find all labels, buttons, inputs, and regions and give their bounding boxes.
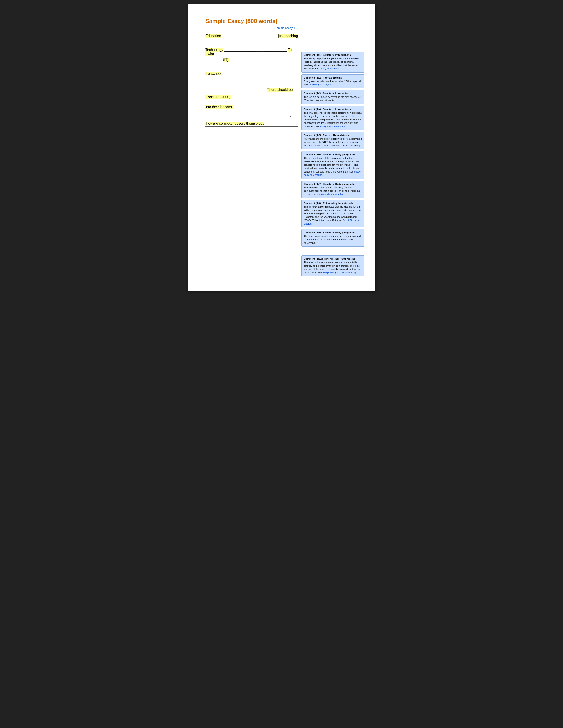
- page-number: 1: [290, 114, 292, 117]
- comment-de4-link[interactable]: essay thesis statement: [320, 125, 345, 128]
- comment-de1-link[interactable]: essay introduction: [320, 67, 340, 70]
- essay-paragraph-3: If a school: [205, 72, 298, 77]
- comment-de2-title: Comment [de2]: Format: Spacing: [304, 76, 362, 79]
- fragment-p2-mid: ________________________________: [224, 48, 287, 52]
- comment-de1: Comment [de1]: Structure: Introductions …: [302, 52, 364, 73]
- comment-de5-title: Comment [de5]: Format: Abbreviations: [304, 134, 362, 137]
- comment-de4-text: The final sentence is the thesis stateme…: [304, 111, 362, 128]
- comment-de1-text: The essay begins with a general lead int…: [304, 57, 362, 71]
- comment-de3-text: The topic is narrowed by affirming the s…: [304, 95, 362, 102]
- comment-de1-title: Comment [de1]: Structure: Introductions: [304, 54, 362, 56]
- fragment-reksten: (Reksten, 2000).: [205, 95, 231, 99]
- fragment-there-should-be: There should be: [267, 88, 293, 92]
- comment-de6-link[interactable]: essay body paragraphs: [304, 170, 361, 176]
- comment-de2-text: Essays are usually double-spaced or 1.5-…: [304, 80, 362, 86]
- comment-de9-text: The final sentence of the paragraph summ…: [304, 235, 362, 245]
- fragment-p1-mid: ____________________________: [222, 34, 277, 38]
- comment-de2: Comment [de2]: Format: Spacing Essays ar…: [302, 74, 364, 88]
- comment-de3-title: Comment [de3]: Structure: Introductions: [304, 92, 362, 95]
- comment-de9: Comment [de9]: Structure: Body paragraph…: [302, 229, 364, 247]
- essay-paragraph-1: Education ____________________________ j…: [205, 34, 298, 39]
- content-wrapper: Education ____________________________ j…: [205, 34, 364, 278]
- essay-content: Education ____________________________ j…: [205, 34, 298, 278]
- comment-de10-link[interactable]: paraphrasing and summarising: [322, 271, 356, 274]
- essay-paragraph-2: Technology _____________________________…: [205, 48, 298, 63]
- fragment-education: Education: [205, 34, 221, 38]
- fragment-if-a-school: If a school: [205, 72, 221, 75]
- fragment-competent-users: they are competent users themselves: [205, 122, 264, 125]
- comment-de3: Comment [de3]: Structure: Introductions …: [302, 90, 364, 104]
- essay-paragraph-4: There should be: [267, 88, 298, 93]
- comments-sidebar: Comment [de1]: Structure: Introductions …: [298, 34, 364, 278]
- comment-de5: Comment [de5]: Format: Abbreviations "In…: [302, 132, 364, 149]
- comment-de5-text: "Information technology" is followed by …: [304, 137, 362, 147]
- comment-de10-text: The idea in this sentence is taken from …: [304, 261, 362, 274]
- comment-de8-link[interactable]: APA in-text citation: [304, 219, 360, 225]
- comment-de2-link[interactable]: formatting and layout: [309, 83, 332, 86]
- essay-link[interactable]: Sample essay 1: [205, 26, 364, 30]
- comment-de7-link[interactable]: essay body paragraphs: [318, 193, 343, 195]
- comment-de4-title: Comment [de4]: Structure: Introductions: [304, 108, 362, 111]
- essay-paragraph-6: they are competent users themselves: [205, 122, 298, 127]
- comment-de4: Comment [de4]: Structure: Introductions …: [302, 106, 364, 130]
- comment-de7: Comment [de7]: Structure: Body paragraph…: [302, 181, 364, 198]
- fragment-technology: Technology: [205, 48, 223, 52]
- fragment-into-their-lessons: into their lessons.: [205, 105, 233, 109]
- comment-de6-text: The first sentence of this paragraph is …: [304, 156, 362, 177]
- comment-de10: Comment [de10]: Referencing: Paraphrasin…: [302, 255, 364, 276]
- essay-paragraph-5: (Reksten, 2000). _______________________…: [205, 95, 298, 110]
- fragment-it: (IT): [223, 58, 228, 62]
- comment-de10-title: Comment [de10]: Referencing: Paraphrasin…: [304, 257, 362, 260]
- comment-de8-title: Comment [de8]: Referencing: In-text cita…: [304, 202, 362, 205]
- comment-de6: Comment [de6]: Structure: Body paragraph…: [302, 151, 364, 179]
- comment-de8-text: This in-text citation indicates that the…: [304, 205, 362, 225]
- fragment-just-teaching: just teaching: [278, 34, 298, 38]
- comment-de7-title: Comment [de7]: Structure: Body paragraph…: [304, 183, 362, 185]
- comment-de9-title: Comment [de9]: Structure: Body paragraph…: [304, 231, 362, 234]
- page-title: Sample Essay (800 words): [205, 18, 364, 24]
- comment-de6-title: Comment [de6]: Structure: Body paragraph…: [304, 153, 362, 156]
- comment-de8: Comment [de8]: Referencing: In-text cita…: [302, 200, 364, 227]
- page: Sample Essay (800 words) Sample essay 1 …: [188, 4, 375, 291]
- comment-de7-text: This statement moves into specifics; it …: [304, 186, 362, 196]
- fragment-p5-mid: ________________________: [245, 101, 292, 105]
